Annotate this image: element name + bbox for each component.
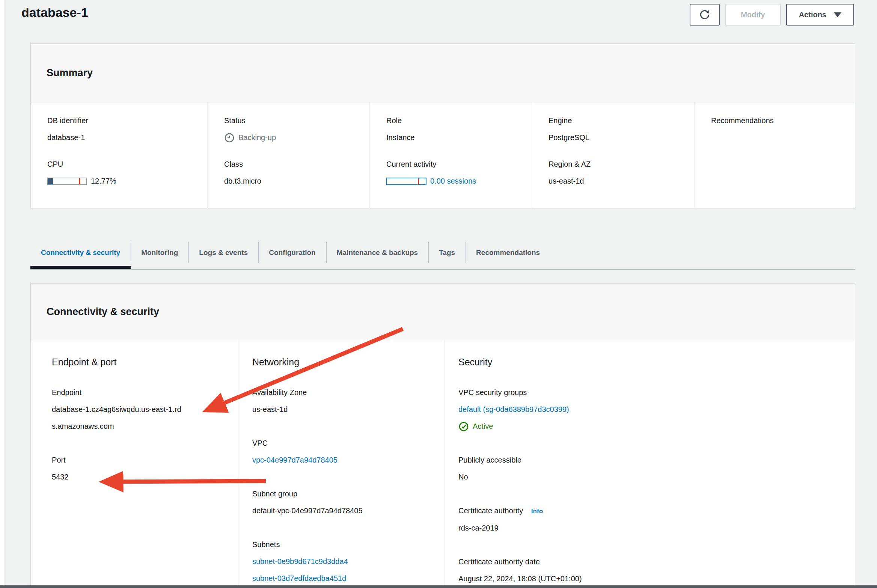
- connectivity-panel-header: Connectivity & security: [31, 284, 855, 340]
- toolbar: Modify Actions: [690, 4, 854, 26]
- summary-col-role: Role Instance Current activity 0.00 sess…: [369, 103, 532, 209]
- endpoint-port-section: Endpoint & port Endpoint database-1.cz4a…: [31, 340, 238, 588]
- rds-instance-page: database-1 Modify Actions Summary DB ide…: [0, 0, 877, 588]
- connectivity-panel: Connectivity & security Endpoint & port …: [30, 283, 855, 588]
- class-label: Class: [224, 156, 362, 173]
- clock-icon: [224, 133, 235, 143]
- cpu-meter-fill: [48, 178, 53, 184]
- status-label: Status: [224, 112, 362, 129]
- security-group-status: Active: [473, 418, 493, 435]
- certificate-authority-date-value: August 22, 2024, 18:08 (UTC+01:00): [458, 570, 844, 587]
- class-field: Class db.t3.micro: [224, 156, 362, 190]
- refresh-button[interactable]: [690, 4, 720, 26]
- tab-monitoring[interactable]: Monitoring: [131, 240, 188, 269]
- cpu-value: 12.77%: [91, 173, 116, 190]
- engine-field: Engine PostgreSQL: [549, 112, 687, 146]
- endpoint-label: Endpoint: [52, 384, 228, 401]
- cpu-field: CPU 12.77%: [47, 156, 200, 190]
- left-gutter: [0, 0, 4, 588]
- tab-logs-events[interactable]: Logs & events: [188, 240, 258, 269]
- actions-button[interactable]: Actions: [786, 4, 854, 26]
- engine-label: Engine: [549, 112, 687, 129]
- class-value: db.t3.micro: [224, 173, 362, 190]
- summary-panel-header: Summary: [31, 44, 855, 103]
- port-label: Port: [52, 452, 228, 469]
- db-identifier-label: DB identifier: [47, 112, 200, 129]
- tab-connectivity-security[interactable]: Connectivity & security: [30, 240, 131, 269]
- certificate-authority-date-field: Certificate authority date August 22, 20…: [458, 553, 844, 587]
- tab-recommendations[interactable]: Recommendations: [466, 240, 550, 269]
- db-identifier-value: database-1: [47, 129, 200, 146]
- tab-bar: Connectivity & security Monitoring Logs …: [30, 240, 855, 270]
- subnet-group-field: Subnet group default-vpc-04e997d7a94d784…: [252, 485, 434, 519]
- security-section: Security VPC security groups default (sg…: [444, 340, 855, 588]
- security-group-link[interactable]: default (sg-0da6389b97d3c0399): [458, 405, 569, 413]
- refresh-icon: [699, 9, 710, 20]
- vpc-security-groups-label: VPC security groups: [458, 384, 844, 401]
- connectivity-grid: Endpoint & port Endpoint database-1.cz4a…: [31, 340, 855, 588]
- recommendations-field: Recommendations: [711, 112, 847, 129]
- check-circle-icon: [458, 421, 469, 432]
- connectivity-panel-title: Connectivity & security: [47, 306, 159, 318]
- availability-zone-value: us-east-1d: [252, 401, 434, 418]
- networking-section: Networking Availability Zone us-east-1d …: [238, 340, 444, 588]
- publicly-accessible-value: No: [458, 469, 844, 485]
- tab-tags[interactable]: Tags: [428, 240, 466, 269]
- info-link[interactable]: Info: [531, 508, 543, 515]
- port-value: 5432: [52, 469, 228, 485]
- region-az-field: Region & AZ us-east-1d: [549, 156, 687, 190]
- page-title: database-1: [21, 5, 88, 20]
- recommendations-label: Recommendations: [711, 112, 847, 129]
- endpoint-value: database-1.cz4ag6siwqdu.us-east-1.rds.am…: [52, 401, 181, 435]
- subnets-label: Subnets: [252, 536, 434, 553]
- window-bottom-edge: [0, 585, 877, 588]
- availability-zone-field: Availability Zone us-east-1d: [252, 384, 434, 418]
- region-az-value: us-east-1d: [549, 173, 687, 190]
- cpu-meter: [47, 178, 87, 185]
- vpc-label: VPC: [252, 435, 434, 452]
- certificate-authority-date-label: Certificate authority date: [458, 553, 844, 570]
- tab-configuration[interactable]: Configuration: [258, 240, 326, 269]
- subnet-group-label: Subnet group: [252, 485, 434, 502]
- tab-maintenance-backups[interactable]: Maintenance & backups: [326, 240, 428, 269]
- summary-grid: DB identifier database-1 CPU 12.77%: [31, 103, 855, 209]
- certificate-authority-label: Certificate authority: [458, 507, 523, 515]
- engine-value: PostgreSQL: [549, 129, 687, 146]
- sessions-meter: [386, 178, 426, 185]
- sessions-link[interactable]: 0.00 sessions: [430, 173, 476, 190]
- role-label: Role: [386, 112, 524, 129]
- region-az-label: Region & AZ: [549, 156, 687, 173]
- status-field: Status Backing-up: [224, 112, 362, 146]
- caret-down-icon: [834, 12, 841, 17]
- role-field: Role Instance: [386, 112, 524, 146]
- networking-heading: Networking: [252, 354, 434, 371]
- cpu-label: CPU: [47, 156, 200, 173]
- db-identifier-field: DB identifier database-1: [47, 112, 200, 146]
- summary-col-status: Status Backing-up Class db.t3.micro: [207, 103, 369, 209]
- endpoint-field: Endpoint database-1.cz4ag6siwqdu.us-east…: [52, 384, 228, 435]
- certificate-authority-field: Certificate authority Info rds-ca-2019: [458, 502, 844, 537]
- summary-col-identifier: DB identifier database-1 CPU 12.77%: [31, 103, 207, 209]
- publicly-accessible-field: Publicly accessible No: [458, 452, 844, 485]
- vpc-security-groups-field: VPC security groups default (sg-0da6389b…: [458, 384, 844, 435]
- role-value: Instance: [386, 129, 524, 146]
- current-activity-field: Current activity 0.00 sessions: [386, 156, 524, 190]
- port-field: Port 5432: [52, 452, 228, 485]
- cpu-meter-threshold: [79, 178, 80, 184]
- summary-col-recommendations: Recommendations: [694, 103, 855, 209]
- status-value: Backing-up: [238, 129, 276, 146]
- certificate-authority-value: rds-ca-2019: [458, 520, 844, 537]
- subnets-field: Subnets subnet-0e9b9d671c9d3dda4 subnet-…: [252, 536, 434, 587]
- subnet-link-1[interactable]: subnet-0e9b9d671c9d3dda4: [252, 557, 348, 565]
- security-heading: Security: [458, 354, 844, 371]
- publicly-accessible-label: Publicly accessible: [458, 452, 844, 469]
- modify-button[interactable]: Modify: [725, 4, 781, 26]
- actions-button-label: Actions: [799, 11, 826, 19]
- summary-panel-title: Summary: [47, 67, 93, 79]
- vpc-link[interactable]: vpc-04e997d7a94d78405: [252, 456, 338, 464]
- summary-col-engine: Engine PostgreSQL Region & AZ us-east-1d: [532, 103, 694, 209]
- summary-panel: Summary DB identifier database-1 CPU 12.…: [30, 43, 855, 208]
- current-activity-label: Current activity: [386, 156, 524, 173]
- subnet-link-2[interactable]: subnet-03d7edfdaedba451d: [252, 574, 346, 582]
- endpoint-port-heading: Endpoint & port: [52, 354, 228, 371]
